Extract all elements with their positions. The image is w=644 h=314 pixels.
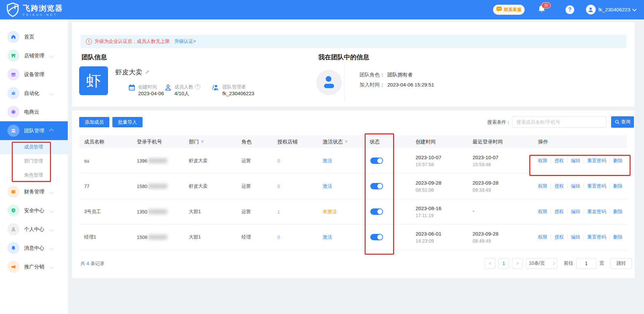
cell-phone: 1396 xyxy=(137,158,189,164)
shops-count-link[interactable]: 0 xyxy=(277,235,280,240)
status-toggle[interactable] xyxy=(370,234,383,240)
edit-pencil-icon[interactable] xyxy=(145,68,150,76)
username-label: fk_230406223 xyxy=(598,7,630,12)
page-number-button[interactable]: 1 xyxy=(498,258,509,269)
sidebar-item-home[interactable]: 首页 xyxy=(0,27,68,46)
shield-logo-icon xyxy=(6,2,19,18)
authorize-link[interactable]: 授权 xyxy=(551,209,564,215)
sidebar-subitem-member-management[interactable]: 成员管理 xyxy=(0,140,68,154)
user-avatar xyxy=(586,5,596,14)
goto-label: 前往 xyxy=(564,260,573,266)
logo-title: 飞跨浏览器 xyxy=(23,4,63,13)
chevron-down-icon xyxy=(49,246,54,250)
edit-link[interactable]: 编辑 xyxy=(567,158,580,164)
sidebar-subitem-role-management[interactable]: 角色管理 xyxy=(0,168,68,182)
filter-funnel-icon[interactable] xyxy=(344,140,348,144)
user-menu[interactable]: fk_230406223 xyxy=(586,5,636,14)
team-role-label: 团队角色： xyxy=(360,72,385,77)
edit-link[interactable]: 编辑 xyxy=(567,209,580,215)
table-row: 77 1580 虾皮大卖 运营 0 激活 2023-09-2808:51:08 … xyxy=(79,174,627,199)
robot-icon xyxy=(7,87,19,99)
sidebar-item-personal-center[interactable]: 个人中心 xyxy=(0,220,68,239)
sidebar-subitem-department-management[interactable]: 部门管理 xyxy=(0,154,68,168)
resend-password-link[interactable]: 重发密码 xyxy=(584,209,606,215)
cell-role: 运营 xyxy=(241,183,277,189)
question-circle-icon[interactable]: ? xyxy=(195,84,200,89)
sidebar-item-automation[interactable]: 自动化 xyxy=(0,84,68,103)
chevron-down-icon xyxy=(49,227,54,232)
status-toggle[interactable] xyxy=(370,158,383,164)
cell-created-time: 2023-08-1617:11:19 xyxy=(416,205,473,218)
delete-link[interactable]: 删除 xyxy=(609,209,623,215)
permission-link[interactable]: 权限 xyxy=(538,234,547,240)
cell-actions: 权限 授权 编辑 重置密码 删除 xyxy=(538,234,627,240)
shops-count-link[interactable]: 0 xyxy=(277,158,280,164)
sidebar-item-finance-management[interactable]: 财务管理 xyxy=(0,182,68,201)
reset-password-link[interactable]: 重置密码 xyxy=(584,158,606,164)
chevron-down-icon xyxy=(49,91,54,96)
goto-page-input[interactable] xyxy=(576,258,596,269)
help-button[interactable]: ? xyxy=(566,5,574,14)
authorize-link[interactable]: 授权 xyxy=(551,158,564,164)
delete-link[interactable]: 删除 xyxy=(609,183,623,189)
cell-role: 运营 xyxy=(241,209,277,215)
sidebar-item-team-management[interactable]: 团队管理 xyxy=(0,121,68,140)
col-role: 角色 xyxy=(241,139,277,145)
sidebar-item-ecommerce-cloud[interactable]: 电商云 xyxy=(0,103,68,121)
chevron-up-icon xyxy=(49,129,54,133)
activation-status: 未激活 xyxy=(323,209,337,215)
authorize-link[interactable]: 授权 xyxy=(551,234,564,240)
delete-link[interactable]: 删除 xyxy=(609,234,623,240)
person-icon xyxy=(7,223,19,235)
member-count-icon xyxy=(164,84,172,92)
delete-link[interactable]: 删除 xyxy=(609,158,623,164)
upgrade-link[interactable]: 升级认证> xyxy=(174,39,196,45)
cell-last-login: 2023-09-2808:49:49 xyxy=(473,231,538,244)
warning-icon: ! xyxy=(86,39,92,45)
cell-actions: 权限 授权 编辑 重置密码 删除 xyxy=(538,183,627,189)
reset-password-link[interactable]: 重置密码 xyxy=(584,234,606,240)
status-toggle[interactable] xyxy=(370,208,383,215)
edit-link[interactable]: 编辑 xyxy=(567,234,580,240)
prev-page-button[interactable]: < xyxy=(485,258,495,269)
filter-funnel-icon[interactable] xyxy=(201,140,204,144)
sidebar-item-message-center[interactable]: 消息中心 xyxy=(0,239,68,257)
team-info-card: ! 升级为企业认证后，成员人数无上限 升级认证> 团队信息 虾 虾皮大卖 创建时… xyxy=(72,22,635,107)
phone-redaction xyxy=(148,209,167,214)
phone-redaction xyxy=(148,235,167,240)
col-last-login-time: 最近登录时间 xyxy=(473,139,538,145)
activation-status: 激活 xyxy=(323,234,332,240)
contact-support-button[interactable]: 联系客服 xyxy=(493,5,525,15)
authorize-link[interactable]: 授权 xyxy=(551,183,564,189)
edit-link[interactable]: 编辑 xyxy=(567,183,580,189)
notification-bell[interactable]: 20 xyxy=(537,4,547,15)
search-icon xyxy=(615,120,620,124)
search-input[interactable] xyxy=(512,116,606,128)
member-count-value: 4/10人 xyxy=(174,90,200,97)
cell-last-login: 2023-09-2809:33:49 xyxy=(473,180,538,193)
batch-import-button[interactable]: 批量导入 xyxy=(112,117,143,127)
phone-redaction xyxy=(148,184,167,189)
permission-link[interactable]: 权限 xyxy=(538,183,547,189)
sidebar-item-security-center[interactable]: 安全中心 xyxy=(0,201,68,220)
team-owner-icon xyxy=(212,84,220,92)
top-navigation-bar: 飞跨浏览器 FEIKUA.NET 联系客服 20 ? fk_230406223 xyxy=(0,0,644,19)
permission-link[interactable]: 权限 xyxy=(538,209,547,215)
chevron-right-icon xyxy=(551,261,555,265)
permission-link[interactable]: 权限 xyxy=(538,158,547,164)
pagination: < 1 > 10条/页 前往 页 跳转 xyxy=(485,258,632,269)
join-time-label: 加入时间： xyxy=(360,82,385,87)
next-page-button[interactable]: > xyxy=(512,258,523,269)
sidebar-item-device-management[interactable]: 设备管理 xyxy=(0,65,68,84)
shops-count-link[interactable]: 0 xyxy=(277,184,280,189)
sidebar-item-promotion[interactable]: 推广分销 xyxy=(0,257,68,276)
reset-password-link[interactable]: 重置密码 xyxy=(584,183,606,189)
search-button[interactable]: 查询 xyxy=(611,116,634,128)
sidebar-item-shop-management[interactable]: 店铺管理 xyxy=(0,46,68,65)
app-logo[interactable]: 飞跨浏览器 FEIKUA.NET xyxy=(6,2,63,18)
add-member-button[interactable]: 添加成员 xyxy=(79,117,109,127)
jump-button[interactable]: 跳转 xyxy=(610,258,632,269)
shops-count-link[interactable]: 1 xyxy=(277,209,280,214)
status-toggle[interactable] xyxy=(370,183,383,189)
page-size-select[interactable]: 10条/页 xyxy=(526,258,557,269)
